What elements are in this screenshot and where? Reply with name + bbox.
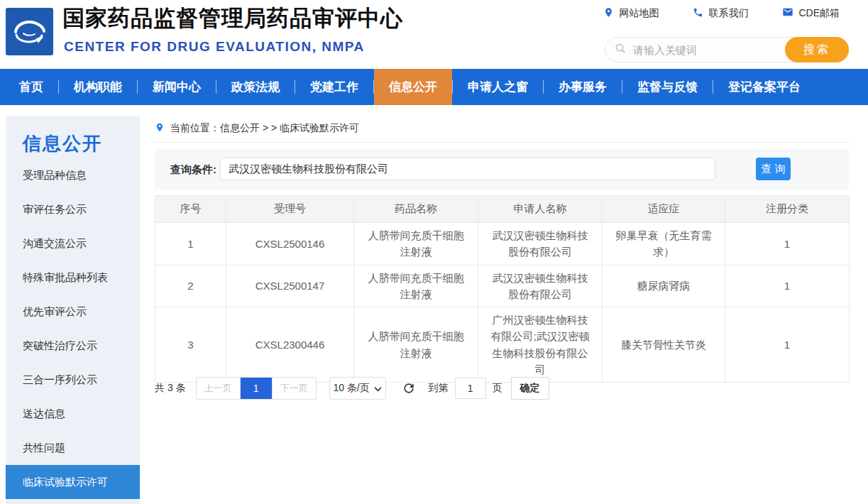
cell-acceptance-no: CXSL2500147 [226,265,354,307]
sidebar-item-accepted-varieties[interactable]: 受理品种信息 [6,158,140,192]
table-row: 3 CXSL2300446 人脐带间充质干细胞注射液 广州汉密顿生物科技有限公司… [155,307,850,383]
breadcrumb-divider [155,142,849,143]
top-links: 网站地图 联系我们 CDE邮箱 [603,6,840,20]
col-header-applicant: 申请人名称 [478,196,603,223]
col-header-acceptance-no: 受理号 [226,196,354,223]
cell-seq: 3 [155,307,226,383]
query-panel: 查询条件: 查 询 [155,149,849,190]
sidebar-item-communication[interactable]: 沟通交流公示 [6,226,140,261]
nav-item-home[interactable]: 首页 [4,69,58,105]
cell-indication: 膝关节骨性关节炎 [603,307,725,383]
cell-drug-name: 人脐带间充质干细胞注射液 [354,307,478,383]
site-title: 国家药品监督管理局药品审评中心 [62,4,403,33]
pagination: 共 3 条 上一页 1 下一页 10 条/页 到第 页 确定 [155,376,549,400]
query-condition-input[interactable] [220,158,715,180]
nav-item-news[interactable]: 新闻中心 [138,69,216,105]
page-size-select[interactable]: 10 条/页 [329,377,386,400]
sidebar-item-three-in-one[interactable]: 三合一序列公示 [6,363,140,397]
nav-item-policy[interactable]: 政策法规 [216,69,295,105]
col-header-registration-class: 注册分类 [725,196,850,223]
results-table: 序号 受理号 药品名称 申请人名称 适应症 注册分类 1 CXSL2500146… [155,195,850,383]
mailbox-label: CDE邮箱 [798,7,840,20]
sidebar: 信息公开 受理品种信息 审评任务公示 沟通交流公示 特殊审批品种列表 优先审评公… [6,116,140,504]
search-input[interactable] [633,44,785,56]
pager-group: 上一页 1 下一页 [196,377,317,400]
next-page-button[interactable]: 下一页 [272,378,316,399]
query-condition-label: 查询条件: [170,163,216,177]
cell-seq: 1 [155,223,226,265]
nav-item-party[interactable]: 党建工作 [295,69,373,105]
sidebar-item-clinical-trial-implied-license[interactable]: 临床试验默示许可 [6,465,140,499]
cell-drug-name: 人脐带间充质干细胞注射液 [354,223,478,265]
cde-logo-icon [6,8,53,55]
sidebar-item-breakthrough-therapy[interactable]: 突破性治疗公示 [6,329,140,363]
sidebar-item-special-approval[interactable]: 特殊审批品种列表 [6,261,140,295]
cell-applicant: 武汉汉密顿生物科技股份有限公司 [478,223,603,265]
contact-label: 联系我们 [708,7,748,20]
cell-acceptance-no: CXSL2300446 [226,307,354,383]
location-pin-icon [155,121,165,136]
contact-link[interactable]: 联系我们 [693,6,748,20]
confirm-button[interactable]: 确定 [511,377,549,400]
cell-drug-name: 人脐带间充质干细胞注射液 [354,265,478,307]
cell-applicant: 广州汉密顿生物科技有限公司;武汉汉密顿生物科技股份有限公司 [478,307,603,383]
search-icon [605,43,627,57]
sitemap-link[interactable]: 网站地图 [603,6,659,20]
goto-page-input[interactable] [455,378,486,399]
nav-item-applicant-window[interactable]: 申请人之窗 [453,69,543,105]
cell-applicant: 武汉汉密顿生物科技股份有限公司 [478,265,603,307]
col-header-seq: 序号 [155,196,226,223]
page-size-value: 10 条/页 [333,382,369,395]
table-row: 2 CXSL2500147 人脐带间充质干细胞注射液 武汉汉密顿生物科技股份有限… [155,265,850,307]
prev-page-button[interactable]: 上一页 [197,378,241,399]
cell-registration-class: 1 [725,307,850,383]
current-page-button[interactable]: 1 [241,378,272,399]
cell-registration-class: 1 [725,223,850,265]
sitemap-label: 网站地图 [619,7,659,20]
site-search: 搜索 [605,37,849,62]
query-button[interactable]: 查 询 [756,158,791,180]
mail-icon [782,6,793,20]
sidebar-item-common-issues[interactable]: 共性问题 [6,431,140,465]
nav-item-registration-platform[interactable]: 登记备案平台 [713,69,815,105]
sidebar-item-delivery-info[interactable]: 送达信息 [6,397,140,431]
goto-page-label: 到第 [429,382,449,395]
phone-icon [693,7,703,20]
chevron-down-icon [374,383,382,394]
table-row: 1 CXSL2500146 人脐带间充质干细胞注射液 武汉汉密顿生物科技股份有限… [155,223,850,265]
site-subtitle: CENTER FOR DRUG EVALUATION, NMPA [64,39,365,55]
refresh-icon[interactable] [402,381,416,395]
breadcrumb-text: 当前位置：信息公开 > > 临床试验默示许可 [170,122,359,135]
cell-acceptance-no: CXSL2500146 [226,223,354,265]
nav-item-services[interactable]: 办事服务 [544,69,622,105]
main-nav: 首页 机构职能 新闻中心 政策法规 党建工作 信息公开 申请人之窗 办事服务 监… [0,69,868,105]
cell-indication: 糖尿病肾病 [603,265,725,307]
nav-item-info-disclosure[interactable]: 信息公开 [374,69,452,105]
sidebar-item-priority-review[interactable]: 优先审评公示 [6,295,140,329]
search-button[interactable]: 搜索 [785,37,849,62]
mailbox-link[interactable]: CDE邮箱 [782,6,840,20]
total-count-label: 共 3 条 [155,382,186,395]
sidebar-title: 信息公开 [6,116,140,158]
nav-item-supervision[interactable]: 监督与反馈 [622,69,713,105]
nav-item-functions[interactable]: 机构职能 [59,69,137,105]
table-header-row: 序号 受理号 药品名称 申请人名称 适应症 注册分类 [155,196,850,223]
cell-seq: 2 [155,265,226,307]
sidebar-item-review-tasks[interactable]: 审评任务公示 [6,192,140,226]
breadcrumb: 当前位置：信息公开 > > 临床试验默示许可 [155,121,359,136]
cell-indication: 卵巢早衰（无生育需求） [603,223,725,265]
col-header-drug-name: 药品名称 [354,196,478,223]
map-pin-icon [603,7,614,20]
header: 国家药品监督管理局药品审评中心 CENTER FOR DRUG EVALUATI… [0,0,868,69]
col-header-indication: 适应症 [603,196,725,223]
goto-page-unit: 页 [493,382,502,395]
cell-registration-class: 1 [725,265,850,307]
